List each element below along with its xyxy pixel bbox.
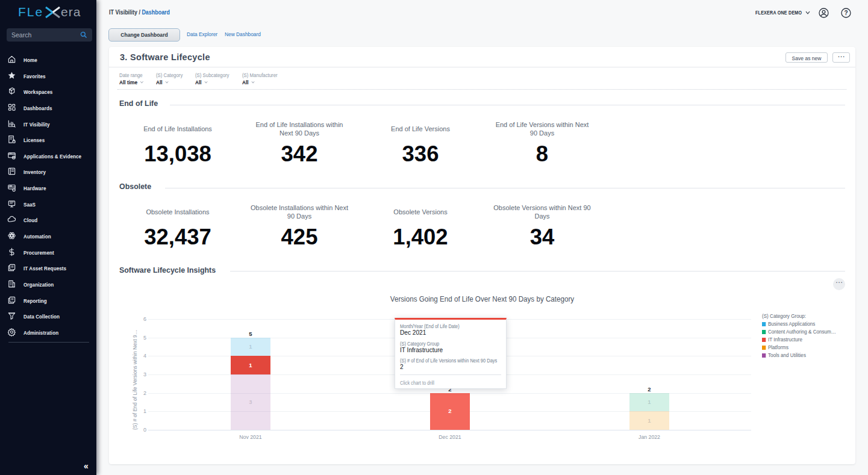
svg-text:?: ? xyxy=(844,10,848,16)
svg-text:era: era xyxy=(61,5,81,19)
svg-text:FLe: FLe xyxy=(18,5,43,19)
